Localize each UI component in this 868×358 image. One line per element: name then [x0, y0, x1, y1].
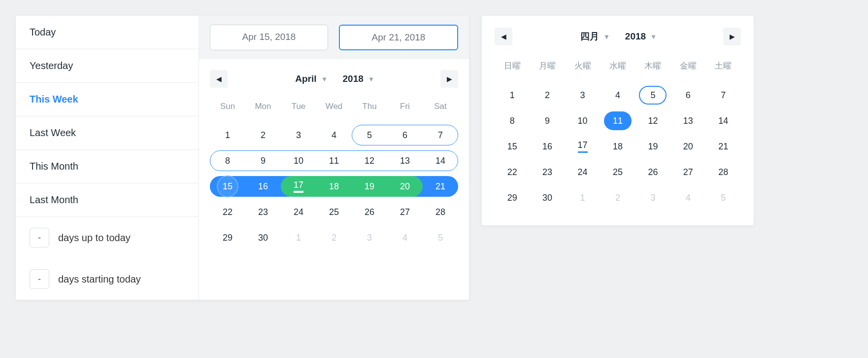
day-cell[interactable]: 29: [210, 225, 245, 251]
start-date-input[interactable]: Apr 15, 2018: [210, 25, 328, 50]
days-up-to-today-row: -days up to today: [16, 217, 199, 258]
day-cell[interactable]: 25: [316, 199, 352, 225]
next-month-button[interactable]: ▶: [440, 70, 458, 88]
day-cell[interactable]: 5: [635, 82, 670, 108]
day-cell[interactable]: 6: [387, 122, 423, 148]
day-cell[interactable]: 12: [635, 108, 670, 134]
day-cell[interactable]: 27: [387, 199, 423, 225]
preset-this-week[interactable]: This Week: [16, 83, 199, 116]
days-starting-today-label: days starting today: [58, 274, 141, 285]
day-cell[interactable]: 3: [352, 225, 387, 251]
month-select[interactable]: 四月 ▾: [580, 30, 608, 43]
day-cell[interactable]: 23: [530, 159, 565, 185]
day-cell[interactable]: 6: [670, 82, 705, 108]
day-cell[interactable]: 24: [281, 199, 316, 225]
day-cell[interactable]: 9: [245, 148, 281, 174]
day-cell[interactable]: 20: [670, 134, 705, 159]
day-cell[interactable]: 17: [565, 134, 600, 159]
chevron-down-icon: ▾: [323, 75, 326, 83]
day-cell[interactable]: 18: [600, 134, 635, 159]
next-month-button[interactable]: ▶: [723, 28, 741, 45]
year-select[interactable]: 2018 ▾: [625, 30, 655, 43]
day-cell[interactable]: 7: [423, 122, 458, 148]
day-cell[interactable]: 13: [387, 148, 423, 174]
weekday-label: Wed: [316, 97, 352, 116]
day-cell[interactable]: 2: [530, 82, 565, 108]
day-cell[interactable]: 28: [706, 159, 741, 185]
prev-month-button[interactable]: ◀: [495, 28, 512, 45]
day-cell[interactable]: 24: [565, 159, 600, 185]
day-cell[interactable]: 1: [210, 122, 245, 148]
preset-this-month[interactable]: This Month: [16, 150, 199, 183]
day-cell[interactable]: 4: [670, 185, 705, 211]
day-cell[interactable]: 30: [530, 185, 565, 211]
day-cell[interactable]: 19: [635, 134, 670, 159]
day-cell[interactable]: 21: [423, 174, 458, 199]
weekday-label: Fri: [387, 97, 423, 116]
days-up-to-today-input[interactable]: -: [30, 228, 49, 248]
day-cell[interactable]: 5: [423, 225, 458, 251]
preset-today[interactable]: Today: [16, 16, 199, 49]
prev-month-button[interactable]: ◀: [210, 70, 228, 88]
day-cell[interactable]: 4: [387, 225, 423, 251]
day-cell[interactable]: 28: [423, 199, 458, 225]
day-cell[interactable]: 17: [281, 174, 316, 199]
day-cell[interactable]: 16: [245, 174, 281, 199]
day-cell[interactable]: 22: [495, 159, 530, 185]
day-cell[interactable]: 26: [635, 159, 670, 185]
day-cell[interactable]: 3: [281, 122, 316, 148]
day-cell[interactable]: 2: [316, 225, 352, 251]
day-cell[interactable]: 18: [316, 174, 352, 199]
day-cell[interactable]: 2: [245, 122, 281, 148]
day-cell[interactable]: 9: [530, 108, 565, 134]
day-cell[interactable]: 21: [706, 134, 741, 159]
day-cell[interactable]: 12: [352, 148, 387, 174]
day-cell[interactable]: 13: [670, 108, 705, 134]
day-cell[interactable]: 22: [210, 199, 245, 225]
day-cell[interactable]: 26: [352, 199, 387, 225]
day-cell[interactable]: 1: [281, 225, 316, 251]
days-up-to-today-label: days up to today: [58, 232, 131, 244]
weekday-label: Thu: [352, 97, 387, 116]
year-select[interactable]: 2018 ▾: [343, 73, 373, 84]
weekday-label: 水曜: [600, 55, 635, 76]
day-cell[interactable]: 1: [565, 185, 600, 211]
day-cell[interactable]: 5: [706, 185, 741, 211]
day-cell[interactable]: 11: [316, 148, 352, 174]
day-cell[interactable]: 14: [706, 108, 741, 134]
day-cell[interactable]: 30: [245, 225, 281, 251]
day-cell[interactable]: 2: [600, 185, 635, 211]
day-cell[interactable]: 7: [706, 82, 741, 108]
day-cell[interactable]: 27: [670, 159, 705, 185]
preset-last-week[interactable]: Last Week: [16, 116, 199, 150]
day-cell[interactable]: 16: [530, 134, 565, 159]
day-cell[interactable]: 14: [423, 148, 458, 174]
day-cell[interactable]: 8: [210, 148, 245, 174]
day-cell[interactable]: 11: [600, 108, 635, 134]
day-cell[interactable]: 1: [495, 82, 530, 108]
day-cell[interactable]: 10: [565, 108, 600, 134]
day-cell[interactable]: 19: [352, 174, 387, 199]
month-select[interactable]: April ▾: [295, 73, 326, 84]
day-cell[interactable]: 4: [316, 122, 352, 148]
day-cell[interactable]: 10: [281, 148, 316, 174]
weekday-label: 木曜: [635, 55, 670, 76]
day-cell[interactable]: 3: [565, 82, 600, 108]
day-cell[interactable]: 25: [600, 159, 635, 185]
days-starting-today-input[interactable]: -: [30, 269, 49, 289]
day-cell[interactable]: 3: [635, 185, 670, 211]
day-cell[interactable]: 15: [210, 174, 245, 199]
day-cell[interactable]: 29: [495, 185, 530, 211]
days-starting-today-row: -days starting today: [16, 258, 199, 300]
weekday-label: Sat: [423, 97, 458, 116]
day-cell[interactable]: 4: [600, 82, 635, 108]
preset-yesterday[interactable]: Yesterday: [16, 49, 199, 83]
end-date-input[interactable]: Apr 21, 2018: [339, 25, 458, 50]
day-cell[interactable]: 20: [387, 174, 423, 199]
day-cell[interactable]: 15: [495, 134, 530, 159]
day-cell[interactable]: 8: [495, 108, 530, 134]
chevron-down-icon: ▾: [652, 33, 655, 40]
day-cell[interactable]: 5: [352, 122, 387, 148]
preset-last-month[interactable]: Last Month: [16, 183, 199, 217]
day-cell[interactable]: 23: [245, 199, 281, 225]
